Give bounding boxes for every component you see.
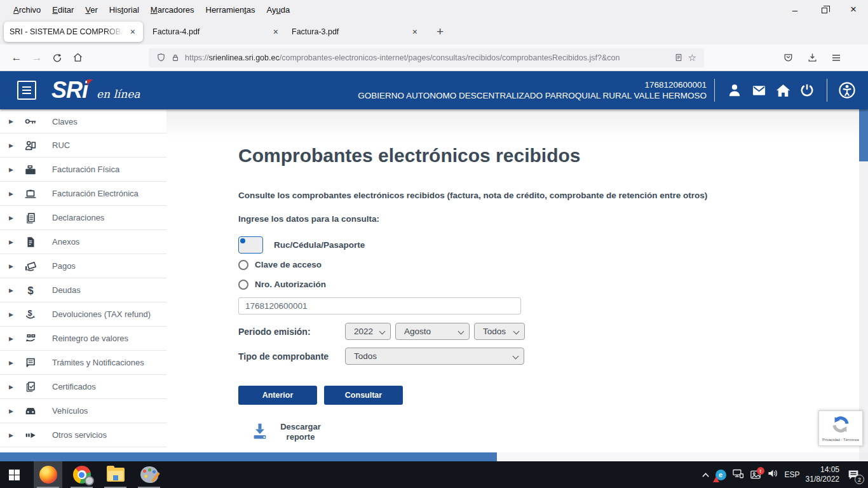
recaptcha-badge[interactable]: Privacidad - Términos xyxy=(818,410,863,446)
sidebar-item-declaraciones[interactable]: ▶ Declaraciones xyxy=(0,206,166,230)
downloads-icon[interactable] xyxy=(802,48,822,67)
radio-clave-acceso[interactable]: Clave de acceso xyxy=(238,255,859,274)
download-report-icon[interactable] xyxy=(250,421,270,443)
expander-icon[interactable]: ▶ xyxy=(9,239,19,245)
tray-chevron-icon[interactable] xyxy=(702,469,710,480)
back-icon[interactable]: ← xyxy=(6,48,27,67)
vertical-scrollbar[interactable] xyxy=(859,109,868,452)
radio-ruc-cedula[interactable]: Ruc/Cédula/Pasaporte xyxy=(238,235,859,255)
mail-icon[interactable] xyxy=(747,78,771,102)
tab-close-icon[interactable]: × xyxy=(271,27,280,37)
url-bar[interactable]: https://srienlinea.sri.gob.ec/comprobant… xyxy=(149,48,704,67)
user-icon[interactable] xyxy=(722,78,747,102)
sidebar-item-pagos[interactable]: ▶ Pagos xyxy=(0,254,166,278)
bookmark-star-icon[interactable]: ☆ xyxy=(688,52,696,64)
sidebar-item-devoluciones[interactable]: ▶ $ Devoluciones (TAX refund) xyxy=(0,302,166,327)
day-select[interactable]: Todos xyxy=(474,323,525,340)
sidebar-item-ruc[interactable]: ▶ RUC xyxy=(0,133,166,158)
year-select[interactable]: 2022 xyxy=(345,323,391,340)
ruc-input[interactable] xyxy=(238,297,521,315)
menu-historial[interactable]: Historial xyxy=(104,3,145,17)
anterior-button[interactable]: Anterior xyxy=(238,386,317,405)
restore-icon[interactable] xyxy=(810,0,839,19)
speaker-icon[interactable] xyxy=(767,468,779,481)
sri-logo[interactable]: SRi en línea xyxy=(51,77,140,104)
menu-ver[interactable]: Ver xyxy=(79,3,104,17)
sidebar-item-claves[interactable]: ▶ Claves xyxy=(0,109,166,133)
start-button[interactable] xyxy=(0,461,29,488)
new-tab-icon[interactable]: + xyxy=(429,24,451,40)
tab-sri-sistema[interactable]: SRI - SISTEMA DE COMPROBANTES × xyxy=(4,22,143,42)
tab-close-icon[interactable]: × xyxy=(128,27,137,37)
radio-nro-autorizacion[interactable]: Nro. Autorización xyxy=(238,274,859,294)
forward-icon[interactable]: → xyxy=(27,48,47,67)
comprobante-type-select[interactable]: Todos xyxy=(345,348,524,365)
tab-factura-3[interactable]: Factura-3.pdf × xyxy=(286,22,425,42)
sidebar-item-facturacion-fisica[interactable]: ▶ Facturación Física xyxy=(0,158,166,182)
radio-unselected-icon[interactable] xyxy=(238,280,248,290)
antivirus-icon[interactable]: e xyxy=(715,470,726,480)
lock-icon[interactable] xyxy=(171,53,180,62)
expander-icon[interactable]: ▶ xyxy=(9,166,19,173)
sidebar-item-certificados[interactable]: ▶ Certificados xyxy=(0,375,166,399)
vertical-scroll-thumb[interactable] xyxy=(859,109,868,161)
app-menu-icon[interactable] xyxy=(826,48,846,67)
menu-herramientas[interactable]: Herramientas xyxy=(200,3,261,17)
menu-editar[interactable]: Editar xyxy=(46,3,79,17)
reload-icon[interactable] xyxy=(47,48,67,67)
sidebar-item-deudas[interactable]: ▶ $ Deudas xyxy=(0,278,166,302)
expander-icon[interactable]: ▶ xyxy=(9,311,19,318)
expander-icon[interactable]: ▶ xyxy=(9,384,19,390)
tab-close-icon[interactable]: × xyxy=(410,27,419,37)
taskbar-explorer[interactable] xyxy=(101,461,130,488)
clock[interactable]: 14:05 31/8/2022 xyxy=(806,465,839,484)
shield-icon[interactable] xyxy=(156,53,166,62)
expander-icon[interactable]: ▶ xyxy=(9,336,19,342)
horizontal-scrollbar[interactable] xyxy=(0,452,859,461)
home-icon[interactable] xyxy=(771,78,795,102)
sidebar-item-otros-servicios[interactable]: ▶ Otros servicios xyxy=(0,423,166,447)
month-select[interactable]: Agosto xyxy=(395,323,470,340)
expander-icon[interactable]: ▶ xyxy=(9,118,19,125)
download-report-label[interactable]: Descargar reporte xyxy=(276,422,325,442)
taxpayer-info: 1768120600001 GOBIERNO AUTONOMO DESCENTR… xyxy=(358,79,707,101)
notification-center-icon[interactable]: 2 xyxy=(845,466,862,483)
expander-icon[interactable]: ▶ xyxy=(9,191,19,197)
recaptcha-caption[interactable]: Privacidad - Términos xyxy=(822,438,859,442)
taskbar-paint[interactable] xyxy=(135,461,163,488)
menu-marcadores[interactable]: Marcadores xyxy=(145,3,200,17)
tab-factura-4[interactable]: Factura-4.pdf × xyxy=(147,22,286,42)
expander-icon[interactable]: ▶ xyxy=(9,360,19,366)
taskbar-chrome[interactable] xyxy=(67,461,96,488)
home-icon[interactable] xyxy=(67,48,88,67)
sidebar-toggle-icon[interactable] xyxy=(17,81,36,100)
sidebar-item-facturacion-electronica[interactable]: ▶ Facturación Electrónica xyxy=(0,182,166,206)
radio-unselected-icon[interactable] xyxy=(238,260,248,270)
sidebar-item-anexos[interactable]: ▶ Anexos xyxy=(0,230,166,254)
accessibility-icon[interactable] xyxy=(835,78,859,102)
sidebar-item-vehiculos[interactable]: ▶ Vehículos xyxy=(0,399,166,423)
download-report[interactable]: Descargar reporte xyxy=(250,421,859,443)
expander-icon[interactable]: ▶ xyxy=(9,263,19,269)
expander-icon[interactable]: ▶ xyxy=(9,215,19,221)
minimize-icon[interactable]: – xyxy=(780,0,810,19)
expander-icon[interactable]: ▶ xyxy=(9,432,19,438)
menu-archivo[interactable]: Archivo xyxy=(8,3,46,17)
security-alert-icon[interactable]: ! xyxy=(750,470,761,480)
expander-icon[interactable]: ▶ xyxy=(9,142,19,149)
consultar-button[interactable]: Consultar xyxy=(324,386,403,405)
power-icon[interactable] xyxy=(795,78,819,102)
taskbar-firefox[interactable] xyxy=(34,461,62,488)
sidebar-item-tramites[interactable]: ▶ Trámites y Notificaciones xyxy=(0,351,166,375)
sidebar-item-reintegro[interactable]: ▶ Reintegro de valores xyxy=(0,327,166,351)
pocket-icon[interactable] xyxy=(778,48,798,67)
menu-ayuda[interactable]: Ayuda xyxy=(261,3,296,17)
reader-mode-icon[interactable] xyxy=(674,53,683,62)
language-indicator[interactable]: ESP xyxy=(785,470,800,479)
expander-icon[interactable]: ▶ xyxy=(9,287,19,294)
horizontal-scroll-thumb[interactable] xyxy=(0,452,497,461)
radio-selected-icon[interactable] xyxy=(238,236,263,254)
expander-icon[interactable]: ▶ xyxy=(9,408,19,414)
close-icon[interactable]: × xyxy=(839,0,868,19)
network-icon[interactable] xyxy=(732,468,744,481)
